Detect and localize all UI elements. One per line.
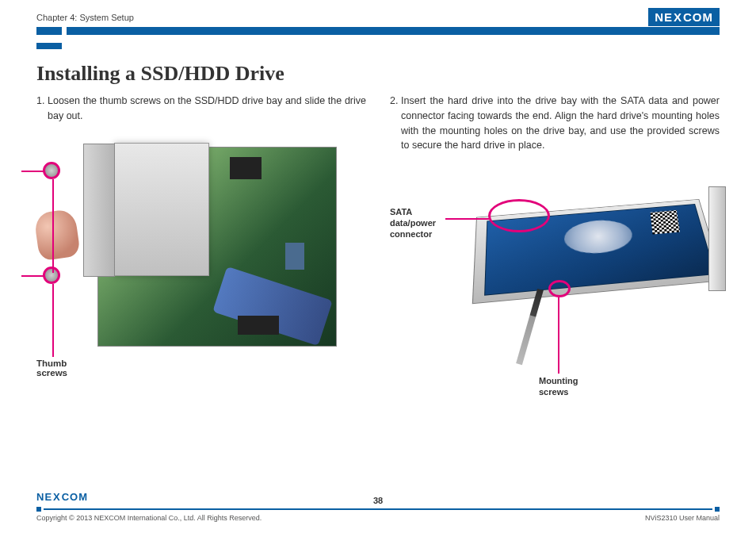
photo-pcb xyxy=(98,148,336,346)
page-number: 38 xyxy=(36,496,720,505)
step-1: 1. Loosen the thumb screws on the SSD/HD… xyxy=(36,94,366,124)
step-2: 2. Insert the hard drive into the drive … xyxy=(390,94,720,153)
sata-connector-label: SATA data/power connector xyxy=(390,207,445,240)
callout-line xyxy=(558,297,559,374)
mounting-screws-label: Mounting screws xyxy=(539,375,578,398)
pcb-chip xyxy=(230,157,262,179)
step-number: 1. xyxy=(36,94,48,124)
step-number: 2. xyxy=(390,94,401,153)
drive-bay-handle xyxy=(83,144,115,277)
callout-line xyxy=(52,179,54,273)
doc-name: NViS2310 User Manual xyxy=(645,514,720,522)
column-left: 1. Loosen the thumb screws on the SSD/HD… xyxy=(36,94,366,408)
divider-segment xyxy=(67,27,720,35)
footer-divider xyxy=(36,507,720,512)
thumb-screw-callout xyxy=(43,266,60,284)
logo-x-icon: X xyxy=(673,10,683,24)
step-text: Insert the hard drive into the drive bay… xyxy=(401,94,720,153)
qr-label-icon xyxy=(651,210,680,235)
callout-line xyxy=(445,218,490,220)
divider-segment xyxy=(36,27,62,35)
accent-bar xyxy=(36,43,62,49)
thumb-screw-callout xyxy=(43,162,60,179)
figure-hard-drive: SATA data/power connector Mounting screw… xyxy=(390,163,720,408)
brand-logo-top: NEXCOM xyxy=(648,8,720,26)
logo-part: NE xyxy=(655,10,673,24)
sata-callout-circle xyxy=(488,199,550,232)
content-columns: 1. Loosen the thumb screws on the SSD/HD… xyxy=(36,94,720,408)
logo-part: COM xyxy=(683,10,713,24)
column-right: 2. Insert the hard drive into the drive … xyxy=(390,94,720,408)
pcb-chip xyxy=(238,316,279,335)
drive-bay-body xyxy=(114,143,209,276)
divider-segment xyxy=(36,507,41,512)
footer-bottom-row: Copyright © 2013 NEXCOM International Co… xyxy=(36,514,720,522)
divider-segment xyxy=(715,507,720,512)
hand-icon xyxy=(33,208,81,261)
figure-drive-bay: Thumb screws xyxy=(36,133,366,371)
step-text: Loosen the thumb screws on the SSD/HDD d… xyxy=(48,94,366,124)
tray-handle xyxy=(708,186,726,291)
header-divider xyxy=(36,27,720,35)
screwdriver-icon xyxy=(516,289,544,365)
thumb-screws-label: Thumb screws xyxy=(36,359,67,378)
mounting-callout-circle xyxy=(548,280,571,297)
page-header: Chapter 4: System Setup NEXCOM xyxy=(36,13,720,35)
callout-line xyxy=(52,284,54,357)
copyright-text: Copyright © 2013 NEXCOM International Co… xyxy=(36,514,262,522)
pcb-chip xyxy=(285,243,304,270)
divider-segment xyxy=(44,508,712,510)
page-footer: NEXCOM 38 Copyright © 2013 NEXCOM Intern… xyxy=(36,489,720,522)
page-title: Installing a SSD/HDD Drive xyxy=(36,62,720,86)
chapter-label: Chapter 4: System Setup xyxy=(36,13,720,22)
